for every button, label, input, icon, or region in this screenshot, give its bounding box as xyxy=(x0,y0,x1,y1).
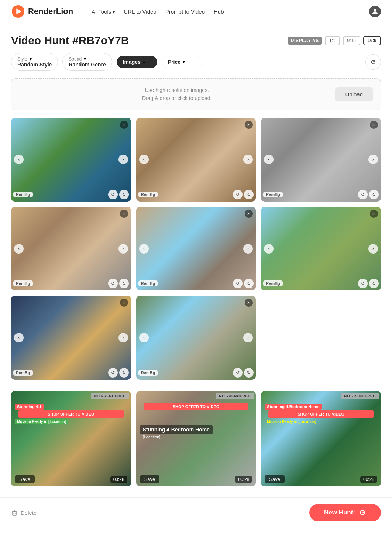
not-rendered-badge-1: NOT-RENDERED xyxy=(91,393,129,399)
preview-row: NOT-RENDERED Stunning 4-1 SHOP OFFER TO … xyxy=(0,391,392,498)
user-icon xyxy=(372,8,378,15)
user-avatar[interactable] xyxy=(369,6,381,17)
preview-3-sub: Move-in Ready in [Location] xyxy=(265,419,318,424)
rembg-badge-2[interactable]: RemBg xyxy=(138,192,158,197)
card-2-next[interactable]: › xyxy=(243,155,253,164)
card-8-next[interactable]: › xyxy=(243,333,253,342)
card-5-prev[interactable]: ‹ xyxy=(139,244,149,254)
duration-2: 00:28 xyxy=(235,476,252,483)
rembg-badge-1[interactable]: RemBg xyxy=(13,192,33,197)
ai-tools-chevron xyxy=(113,8,115,15)
close-card-1[interactable]: ✕ xyxy=(120,121,128,129)
card-6-refresh[interactable]: ↻ xyxy=(369,279,379,288)
rembg-badge-5[interactable]: RemBg xyxy=(138,280,158,286)
card-6-prev[interactable]: ‹ xyxy=(264,244,274,254)
close-card-3[interactable]: ✕ xyxy=(370,121,378,129)
upload-area[interactable]: Use high-resolution images. Drag & drop … xyxy=(11,78,381,110)
close-card-8[interactable]: ✕ xyxy=(245,299,253,307)
card-8-actions: ↺ ↻ xyxy=(233,368,254,378)
ratio-16-9[interactable]: 16:9 xyxy=(363,36,381,45)
close-card-5[interactable]: ✕ xyxy=(245,210,253,218)
close-card-4[interactable]: ✕ xyxy=(120,210,128,218)
card-6-nav: ‹ › xyxy=(261,244,381,254)
rembg-badge-6[interactable]: RemBg xyxy=(263,280,283,286)
preview-3-shop[interactable]: SHOP OFFER TO VIDEO xyxy=(268,410,374,418)
card-1-rotate[interactable]: ↺ xyxy=(108,190,118,199)
card-7-refresh[interactable]: ↻ xyxy=(119,368,129,378)
ratio-1-1[interactable]: 1:1 xyxy=(325,36,340,45)
new-hunt-icon xyxy=(359,509,366,516)
logo[interactable]: RenderLion xyxy=(11,4,73,18)
card-1-prev[interactable]: ‹ xyxy=(14,155,24,164)
images-button[interactable]: Images xyxy=(117,56,157,68)
card-4-next[interactable]: › xyxy=(118,244,128,254)
card-7-prev[interactable]: ‹ xyxy=(14,333,24,342)
image-card-5: ✕ ‹ › RemBg ↺ ↻ xyxy=(136,207,256,290)
card-5-rotate[interactable]: ↺ xyxy=(233,279,243,288)
ratio-9-16[interactable]: 9:16 xyxy=(343,36,360,45)
preview-2-shop[interactable]: SHOP OFFER TO VIDEO xyxy=(144,403,249,410)
close-card-2[interactable]: ✕ xyxy=(245,121,253,129)
rembg-badge-8[interactable]: RemBg xyxy=(138,370,158,376)
card-3-prev[interactable]: ‹ xyxy=(264,155,274,164)
card-4-prev[interactable]: ‹ xyxy=(14,244,24,254)
card-4-refresh[interactable]: ↻ xyxy=(119,279,129,288)
card-8-refresh[interactable]: ↻ xyxy=(244,368,254,378)
card-2-rotate[interactable]: ↺ xyxy=(233,190,243,199)
card-8-prev[interactable]: ‹ xyxy=(139,333,149,342)
close-card-7[interactable]: ✕ xyxy=(120,299,128,307)
price-button[interactable]: Price xyxy=(162,56,202,68)
save-preview-2[interactable]: Save xyxy=(140,475,160,483)
card-2-refresh[interactable]: ↻ xyxy=(244,190,254,199)
card-7-next[interactable]: › xyxy=(118,333,128,342)
card-1-refresh[interactable]: ↻ xyxy=(119,190,129,199)
duration-1: 00:28 xyxy=(110,476,127,483)
card-5-footer: RemBg ↺ ↻ xyxy=(138,279,254,288)
card-5-refresh[interactable]: ↻ xyxy=(244,279,254,288)
not-rendered-badge-3: NOT-RENDERED xyxy=(341,393,379,399)
save-preview-1[interactable]: Save xyxy=(15,475,35,483)
style-button[interactable]: Style Random Style xyxy=(11,53,58,71)
card-3-rotate[interactable]: ↺ xyxy=(358,190,368,199)
save-preview-3[interactable]: Save xyxy=(265,475,285,483)
card-7-rotate[interactable]: ↺ xyxy=(108,368,118,378)
card-3-actions: ↺ ↻ xyxy=(358,190,379,199)
preview-2-sub: [Location] xyxy=(140,434,252,440)
nav-hub[interactable]: Hub xyxy=(214,8,224,15)
rembg-badge-4[interactable]: RemBg xyxy=(13,280,33,286)
trash-icon xyxy=(11,509,18,516)
refresh-button[interactable] xyxy=(365,54,381,70)
card-3-footer: RemBg ↺ ↻ xyxy=(263,190,379,199)
card-3-next[interactable]: › xyxy=(368,155,378,164)
upload-instructions: Use high-resolution images. Drag & drop … xyxy=(19,86,335,103)
image-card-2: ✕ ‹ › RemBg ↺ ↻ xyxy=(136,118,256,202)
card-1-next[interactable]: › xyxy=(118,155,128,164)
upload-button[interactable]: Upload xyxy=(335,87,373,101)
preview-1-shop[interactable]: SHOP OFFER TO VIDEO xyxy=(18,410,124,418)
svg-point-2 xyxy=(374,9,376,12)
card-6-footer: RemBg ↺ ↻ xyxy=(263,279,379,288)
card-6-next[interactable]: › xyxy=(368,244,378,254)
nav-url-to-video[interactable]: URL to Video xyxy=(124,8,156,15)
sound-button[interactable]: Sound Random Genre xyxy=(62,53,112,71)
delete-button[interactable]: Delete xyxy=(11,509,37,516)
user-menu[interactable] xyxy=(369,6,381,17)
card-8-rotate[interactable]: ↺ xyxy=(233,368,243,378)
card-6-rotate[interactable]: ↺ xyxy=(358,279,368,288)
card-3-refresh[interactable]: ↻ xyxy=(369,190,379,199)
card-2-prev[interactable]: ‹ xyxy=(139,155,149,164)
style-value: Random Style xyxy=(17,62,52,68)
logo-text: RenderLion xyxy=(28,7,73,16)
card-5-next[interactable]: › xyxy=(243,244,253,254)
card-8-footer: RemBg ↺ ↻ xyxy=(138,368,254,378)
duration-3: 00:28 xyxy=(360,476,377,483)
close-card-6[interactable]: ✕ xyxy=(370,210,378,218)
rembg-badge-7[interactable]: RemBg xyxy=(13,370,33,376)
nav-prompt-to-video[interactable]: Prompt to Video xyxy=(165,8,205,15)
rembg-badge-3[interactable]: RemBg xyxy=(263,192,283,197)
nav-ai-tools[interactable]: AI Tools xyxy=(92,8,115,15)
card-4-rotate[interactable]: ↺ xyxy=(108,279,118,288)
card-4-actions: ↺ ↻ xyxy=(108,279,129,288)
new-hunt-button[interactable]: New Hunt! xyxy=(309,504,381,521)
not-rendered-badge-2: NOT-RENDERED xyxy=(216,393,254,399)
